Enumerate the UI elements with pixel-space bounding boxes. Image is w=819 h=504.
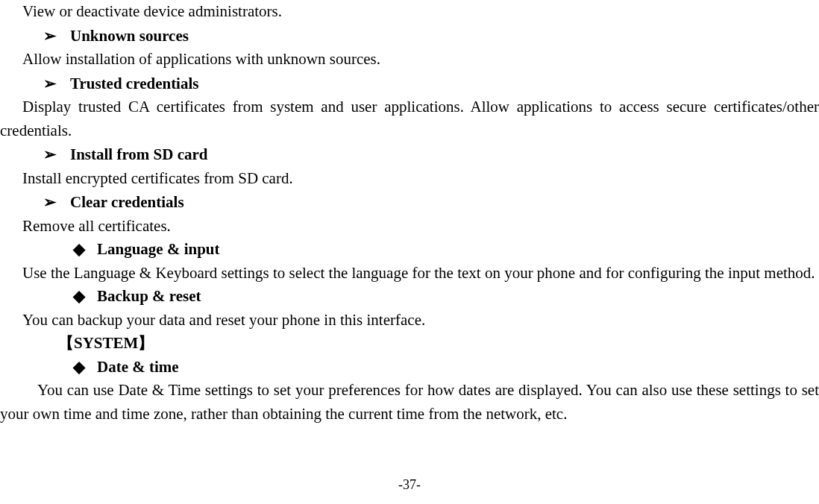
- arrow-icon: ➢: [43, 72, 57, 95]
- bullet-title: Unknown sources: [70, 27, 189, 45]
- body-text: Remove all certificates.: [0, 215, 819, 239]
- diamond-title: Backup & reset: [97, 287, 201, 305]
- body-text: Allow installation of applications with …: [0, 48, 819, 72]
- diamond-title: Date & time: [97, 358, 179, 376]
- system-label: 【SYSTEM】: [0, 332, 819, 356]
- bullet-title: Trusted credentials: [70, 75, 198, 92]
- body-text: Use the Language & Keyboard settings to …: [0, 262, 819, 286]
- bullet-install-sd: ➢Install from SD card: [0, 142, 819, 167]
- body-text: Install encrypted certificates from SD c…: [0, 167, 819, 191]
- body-text: Display trusted CA certificates from sys…: [0, 95, 819, 142]
- body-text: You can use Date & Time settings to set …: [0, 379, 819, 426]
- diamond-backup-reset: ◆Backup & reset: [0, 285, 819, 309]
- arrow-icon: ➢: [43, 24, 57, 48]
- page-number: -37-: [0, 475, 819, 495]
- diamond-icon: ◆: [73, 285, 85, 309]
- diamond-language-input: ◆Language & input: [0, 238, 819, 262]
- body-text: View or deactivate device administrators…: [0, 0, 819, 24]
- bullet-trusted-credentials: ➢Trusted credentials: [0, 72, 819, 96]
- body-text: You can backup your data and reset your …: [0, 309, 819, 333]
- diamond-date-time: ◆Date & time: [0, 356, 819, 379]
- diamond-title: Language & input: [97, 240, 220, 258]
- arrow-icon: ➢: [43, 142, 57, 166]
- bullet-title: Clear credentials: [70, 193, 184, 211]
- diamond-icon: ◆: [73, 356, 85, 379]
- bullet-title: Install from SD card: [70, 145, 208, 163]
- document-content: View or deactivate device administrators…: [0, 0, 819, 426]
- arrow-icon: ➢: [43, 190, 57, 214]
- bullet-unknown-sources: ➢Unknown sources: [0, 24, 819, 48]
- diamond-icon: ◆: [73, 238, 85, 262]
- bullet-clear-credentials: ➢Clear credentials: [0, 190, 819, 215]
